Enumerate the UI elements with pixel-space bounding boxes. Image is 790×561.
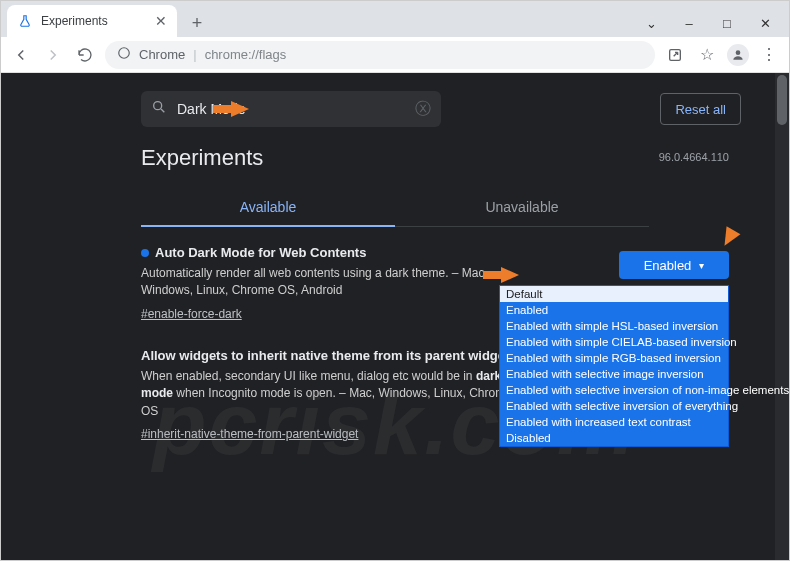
dropdown-option[interactable]: Enabled with simple CIELAB-based inversi… bbox=[500, 334, 728, 350]
page-content: Dark Mode ⓧ Reset all Experiments 96.0.4… bbox=[1, 73, 789, 560]
search-value: Dark Mode bbox=[177, 101, 405, 117]
profile-avatar[interactable] bbox=[727, 44, 749, 66]
browser-toolbar: Chrome | chrome://flags ☆ ⋮ bbox=[1, 37, 789, 73]
back-button[interactable] bbox=[9, 43, 33, 67]
svg-point-2 bbox=[736, 50, 741, 55]
dropdown-option[interactable]: Enabled with selective image inversion bbox=[500, 366, 728, 382]
maximize-button[interactable]: □ bbox=[717, 16, 737, 31]
address-bar[interactable]: Chrome | chrome://flags bbox=[105, 41, 655, 69]
flag-state-select[interactable]: Enabled ▾ bbox=[619, 251, 729, 279]
reset-all-button[interactable]: Reset all bbox=[660, 93, 741, 125]
scrollbar[interactable] bbox=[775, 73, 789, 560]
close-window-button[interactable]: ✕ bbox=[755, 16, 775, 31]
flag-item: Auto Dark Mode for Web Contents Automati… bbox=[141, 245, 729, 322]
window-controls: ⌄ – □ ✕ bbox=[641, 16, 789, 37]
tab-title: Experiments bbox=[41, 14, 108, 28]
menu-icon[interactable]: ⋮ bbox=[757, 43, 781, 67]
version-label: 96.0.4664.110 bbox=[659, 151, 729, 163]
dropdown-option[interactable]: Enabled with selective inversion of ever… bbox=[500, 398, 728, 414]
flag-description: Automatically render all web contents us… bbox=[141, 265, 521, 300]
svg-point-3 bbox=[154, 102, 162, 110]
tab-close-icon[interactable]: ✕ bbox=[155, 13, 167, 29]
flask-icon bbox=[17, 13, 33, 29]
bookmark-icon[interactable]: ☆ bbox=[695, 43, 719, 67]
browser-window: Experiments ✕ + ⌄ – □ ✕ Chrome | chrome:… bbox=[0, 0, 790, 561]
dropdown-option[interactable]: Enabled with increased text contrast bbox=[500, 414, 728, 430]
omnibox-separator: | bbox=[193, 47, 196, 62]
omnibox-url: chrome://flags bbox=[205, 47, 287, 62]
forward-button[interactable] bbox=[41, 43, 65, 67]
chevron-down-icon: ▾ bbox=[699, 260, 704, 271]
dropdown-option[interactable]: Enabled with simple HSL-based inversion bbox=[500, 318, 728, 334]
search-input[interactable]: Dark Mode ⓧ bbox=[141, 91, 441, 127]
chevron-down-icon[interactable]: ⌄ bbox=[641, 16, 661, 31]
svg-point-0 bbox=[119, 48, 130, 59]
omnibox-chip: Chrome bbox=[139, 47, 185, 62]
scroll-thumb[interactable] bbox=[777, 75, 787, 125]
dropdown-option[interactable]: Enabled with simple RGB-based inversion bbox=[500, 350, 728, 366]
flag-anchor-link[interactable]: #enable-force-dark bbox=[141, 307, 242, 321]
tabs: Available Unavailable bbox=[141, 189, 649, 227]
titlebar: Experiments ✕ + ⌄ – □ ✕ bbox=[1, 1, 789, 37]
dropdown-option[interactable]: Enabled bbox=[500, 302, 728, 318]
tab-available[interactable]: Available bbox=[141, 189, 395, 227]
browser-tab[interactable]: Experiments ✕ bbox=[7, 5, 177, 37]
clear-search-icon[interactable]: ⓧ bbox=[415, 99, 431, 120]
reload-button[interactable] bbox=[73, 43, 97, 67]
modified-dot-icon bbox=[141, 249, 149, 257]
flag-description: When enabled, secondary UI like menu, di… bbox=[141, 368, 521, 420]
site-info-icon[interactable] bbox=[117, 46, 131, 63]
flag-anchor-link[interactable]: #inherit-native-theme-from-parent-widget bbox=[141, 427, 358, 441]
minimize-button[interactable]: – bbox=[679, 16, 699, 31]
tab-unavailable[interactable]: Unavailable bbox=[395, 189, 649, 226]
search-icon bbox=[151, 99, 167, 119]
dropdown-option[interactable]: Default bbox=[500, 286, 728, 302]
new-tab-button[interactable]: + bbox=[183, 9, 211, 37]
dropdown-option[interactable]: Disabled bbox=[500, 430, 728, 446]
share-icon[interactable] bbox=[663, 43, 687, 67]
dropdown-option[interactable]: Enabled with selective inversion of non-… bbox=[500, 382, 728, 398]
flag-state-dropdown[interactable]: Default Enabled Enabled with simple HSL-… bbox=[499, 285, 729, 447]
